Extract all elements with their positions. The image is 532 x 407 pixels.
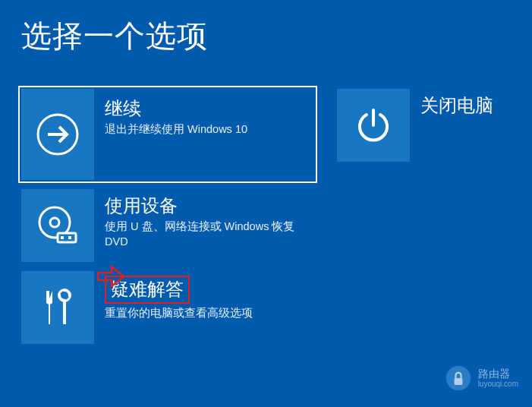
svg-rect-3 [58, 233, 76, 242]
watermark-url: luyouqi.com [478, 380, 518, 389]
use-device-option[interactable]: 使用设备 使用 U 盘、网络连接或 Windows 恢复 DVD [21, 189, 314, 262]
watermark-icon [445, 364, 472, 392]
continue-title: 继续 [105, 96, 314, 120]
disc-usb-icon [35, 203, 80, 248]
shutdown-icon-box [337, 89, 410, 162]
power-icon [354, 106, 393, 145]
arrow-right-icon [36, 113, 79, 156]
troubleshoot-title: 疑难解答 [105, 276, 314, 304]
troubleshoot-option[interactable]: 疑难解答 重置你的电脑或查看高级选项 [21, 271, 314, 344]
continue-text: 继续 退出并继续使用 Windows 10 [94, 89, 314, 180]
continue-option[interactable]: 继续 退出并继续使用 Windows 10 [18, 86, 317, 183]
watermark: 路由器 luyouqi.com [445, 364, 518, 392]
shutdown-option[interactable]: 关闭电脑 [337, 89, 516, 162]
use-device-icon-box [21, 189, 94, 262]
highlight-arrow-icon [96, 265, 125, 288]
left-column: 继续 退出并继续使用 Windows 10 使用设备 使用 U 盘、网络连接或 … [21, 89, 314, 344]
watermark-text: 路由器 luyouqi.com [478, 368, 518, 390]
svg-rect-4 [61, 236, 64, 239]
svg-rect-10 [454, 378, 462, 385]
troubleshoot-desc: 重置你的电脑或查看高级选项 [105, 305, 314, 320]
continue-desc: 退出并继续使用 Windows 10 [105, 121, 314, 137]
shutdown-title: 关闭电脑 [420, 93, 516, 117]
svg-rect-5 [68, 236, 71, 239]
use-device-title: 使用设备 [105, 194, 314, 217]
shutdown-text: 关闭电脑 [410, 89, 516, 162]
right-column: 关闭电脑 [337, 89, 516, 344]
tools-icon [39, 285, 77, 330]
use-device-text: 使用设备 使用 U 盘、网络连接或 Windows 恢复 DVD [94, 189, 314, 262]
continue-icon-box [21, 89, 94, 180]
page-title: 选择一个选项 [0, 0, 532, 57]
troubleshoot-icon-box [21, 271, 94, 344]
troubleshoot-text: 疑难解答 重置你的电脑或查看高级选项 [94, 271, 314, 344]
svg-point-2 [50, 218, 59, 227]
use-device-desc: 使用 U 盘、网络连接或 Windows 恢复 DVD [105, 219, 314, 250]
svg-rect-7 [63, 300, 66, 324]
watermark-name: 路由器 [478, 368, 518, 380]
options-container: 继续 退出并继续使用 Windows 10 使用设备 使用 U 盘、网络连接或 … [0, 57, 532, 344]
